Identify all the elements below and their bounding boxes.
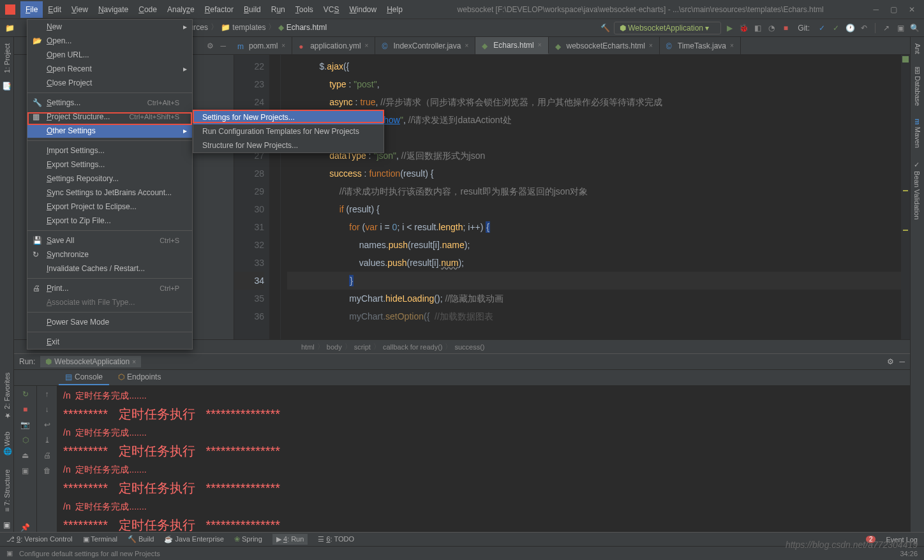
tool-favorites[interactable]: ★ 2: Favorites xyxy=(1,369,12,424)
build-icon[interactable]: 🔨 xyxy=(600,22,611,34)
stop-icon[interactable]: ■ xyxy=(780,22,791,34)
maximize-icon[interactable]: ▢ xyxy=(890,5,897,14)
editor-tab[interactable]: mpom.xml× xyxy=(231,37,292,54)
profile-icon[interactable]: ◔ xyxy=(766,22,777,34)
corner-icon[interactable]: ▣ xyxy=(3,520,10,529)
menu-item[interactable]: Open URL... xyxy=(27,48,192,62)
crumb[interactable]: callback for ready() xyxy=(383,343,443,351)
clear-icon[interactable]: 🗑 xyxy=(43,466,51,475)
editor-tab[interactable]: ●application.yml× xyxy=(292,37,375,54)
git-history-icon[interactable]: 🕐 xyxy=(844,22,856,34)
soft-wrap-icon[interactable]: ↩ xyxy=(44,420,50,429)
gear-icon[interactable]: ⚙ xyxy=(887,357,894,366)
menu-item[interactable]: Open Recent▸ xyxy=(27,62,192,76)
menu-item[interactable]: Invalidate Caches / Restart... xyxy=(27,262,192,276)
menu-item[interactable]: Export to Zip File... xyxy=(27,214,192,228)
tool-build[interactable]: 🔨 Build xyxy=(128,535,154,543)
submenu-item[interactable]: Run Configuration Templates for New Proj… xyxy=(193,124,384,138)
rerun-icon[interactable]: ↻ xyxy=(22,390,29,399)
gear-icon[interactable]: ⚙ xyxy=(207,41,214,50)
menu-code[interactable]: Code xyxy=(133,1,162,18)
submenu-item[interactable]: Structure for New Projects... xyxy=(193,138,384,152)
fold-column[interactable] xyxy=(269,55,281,339)
tool-run[interactable]: ▶ 4: Run xyxy=(272,534,308,545)
submenu-item[interactable]: Settings for New Projects... xyxy=(193,110,384,124)
exit-icon[interactable]: ⏏ xyxy=(22,451,29,460)
code-content[interactable]: $.ajax({ type : "post", async : true, //… xyxy=(281,55,901,339)
crumb[interactable]: body xyxy=(327,343,342,351)
editor-tab[interactable]: ©TimeTask.java× xyxy=(660,37,741,54)
menu-window[interactable]: Window xyxy=(344,1,382,18)
git-update-icon[interactable]: ✓ xyxy=(816,22,828,34)
menu-item[interactable]: Exit xyxy=(27,335,192,349)
editor-tab[interactable]: ©IndexController.java× xyxy=(375,37,475,54)
up-icon[interactable]: ↑ xyxy=(45,390,49,399)
tool-bean-validation[interactable]: ✓ Bean Validation xyxy=(912,157,923,223)
camera-icon[interactable]: 📷 xyxy=(20,420,30,429)
code-editor[interactable]: 222324252627282930313233343536 $.ajax({ … xyxy=(234,55,910,339)
tool-spring[interactable]: ❀ Spring xyxy=(234,535,262,543)
crumb[interactable]: 📁 templates xyxy=(221,23,265,32)
tool-window-toggle-icon[interactable]: ▣ xyxy=(6,549,13,557)
close-icon[interactable]: ✕ xyxy=(909,5,915,14)
menu-analyze[interactable]: Analyze xyxy=(162,1,200,18)
hide-icon[interactable]: ─ xyxy=(899,357,905,366)
menu-build[interactable]: Build xyxy=(239,1,266,18)
stop-icon[interactable]: ■ xyxy=(23,405,27,414)
ide-window-icon[interactable]: ▣ xyxy=(895,22,906,34)
pin-icon[interactable]: 📌 xyxy=(20,523,30,532)
minimize-icon[interactable]: ─ xyxy=(873,5,879,14)
menu-tools[interactable]: Tools xyxy=(290,1,318,18)
crumb[interactable]: html xyxy=(301,343,315,351)
crumb[interactable]: success() xyxy=(454,343,484,351)
git-rollback-icon[interactable]: ↶ xyxy=(858,22,870,34)
bookmark-icon[interactable]: 📑 xyxy=(2,82,11,91)
thread-dump-icon[interactable]: ⬡ xyxy=(22,436,29,445)
menu-item[interactable]: ▦Project Structure...Ctrl+Alt+Shift+S xyxy=(27,110,192,124)
menu-item[interactable]: 🖨Print...Ctrl+P xyxy=(27,281,192,295)
layout-icon[interactable]: ▣ xyxy=(22,466,29,475)
tool-todo[interactable]: ☰ 6: TODO xyxy=(318,535,354,543)
menu-item[interactable]: 💾Save AllCtrl+S xyxy=(27,233,192,247)
menu-item[interactable]: Other Settings▸ xyxy=(27,124,192,138)
menu-item[interactable]: New▸ xyxy=(27,20,192,34)
menu-item[interactable]: Associate with File Type... xyxy=(27,295,192,309)
git-commit-icon[interactable]: ✓ xyxy=(830,22,842,34)
scroll-end-icon[interactable]: ⤓ xyxy=(44,436,50,445)
ide-settings-icon[interactable]: ↗ xyxy=(881,22,892,34)
tool-maven[interactable]: m Maven xyxy=(913,115,923,152)
crumb[interactable]: script xyxy=(354,343,371,351)
run-icon[interactable]: ▶ xyxy=(724,22,735,34)
menu-edit[interactable]: Edit xyxy=(43,1,66,18)
menu-item[interactable]: Export Project to Eclipse... xyxy=(27,200,192,214)
menu-item[interactable]: ↻Synchronize xyxy=(27,247,192,262)
menu-item[interactable]: Sync Settings to JetBrains Account... xyxy=(27,186,192,200)
coverage-icon[interactable]: ◧ xyxy=(752,22,763,34)
tool-java-ee[interactable]: ☕ Java Enterprise xyxy=(164,535,223,543)
editor-scrollbar[interactable] xyxy=(901,55,910,339)
menu-item[interactable]: Settings Repository... xyxy=(27,172,192,186)
run-config-selector[interactable]: ⬢ WebsocketApplication ▾ xyxy=(614,22,722,34)
caret-position[interactable]: 34:26 xyxy=(900,550,918,557)
tool-project[interactable]: 1: Project xyxy=(2,40,12,77)
menu-view[interactable]: View xyxy=(66,1,93,18)
down-icon[interactable]: ↓ xyxy=(45,405,49,414)
menu-refactor[interactable]: Refactor xyxy=(200,1,239,18)
menu-item[interactable]: 🔧Settings...Ctrl+Alt+S xyxy=(27,96,192,110)
tool-web[interactable]: 🌐 Web xyxy=(1,428,12,460)
editor-tab[interactable]: ◆websocketEcharts.html× xyxy=(549,37,660,54)
debug-icon[interactable]: 🐞 xyxy=(738,22,749,34)
crumb-current[interactable]: ◆ Echars.html xyxy=(278,23,327,32)
collapse-icon[interactable]: ─ xyxy=(220,41,226,50)
search-everywhere-icon[interactable]: 🔍 xyxy=(909,22,920,34)
tool-ant[interactable]: Ant xyxy=(913,40,923,58)
console-output[interactable]: /n 定时任务完成.......********* 定时任务执行 *******… xyxy=(57,386,910,532)
menu-navigate[interactable]: Navigate xyxy=(93,1,133,18)
menu-item[interactable]: 📂Open... xyxy=(27,34,192,48)
menu-file[interactable]: File xyxy=(20,1,43,18)
run-config-tab[interactable]: ⬢ WebsocketApplication × xyxy=(40,356,141,367)
menu-item[interactable]: Power Save Mode xyxy=(27,315,192,329)
endpoints-tab[interactable]: ⬡ Endpoints xyxy=(112,370,167,385)
print-icon[interactable]: 🖨 xyxy=(43,451,51,460)
menu-run[interactable]: Run xyxy=(266,1,290,18)
